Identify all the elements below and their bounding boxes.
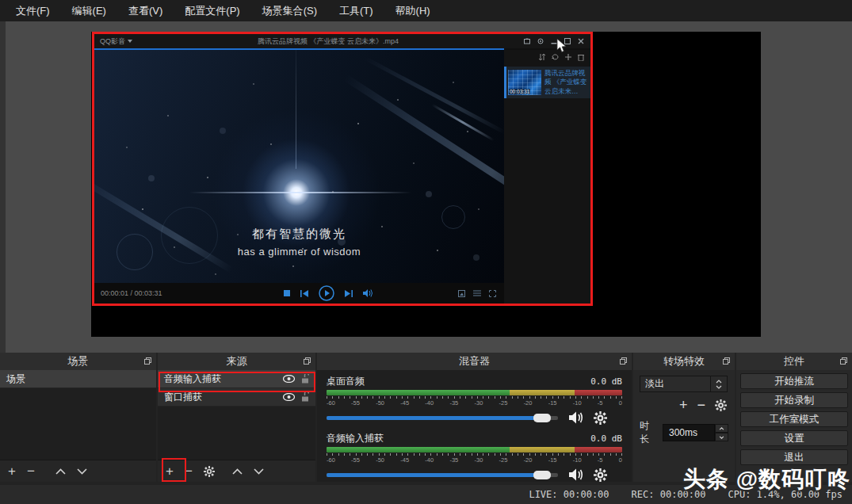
screenshot-icon[interactable] [458,290,465,297]
studio-mode-button[interactable]: 工作室模式 [740,411,848,427]
qq-player-window[interactable]: QQ影音 腾讯云品牌视频 《产业蝶变 云启未来》.mp4 [92,32,593,306]
source-label: 音频输入捕获 [164,372,221,386]
menu-view[interactable]: 查看(V) [117,0,174,22]
trash-icon[interactable] [578,54,584,61]
menu-scene-collection[interactable]: 场景集合(S) [251,0,328,22]
popout-icon[interactable] [723,357,730,365]
sources-header[interactable]: 来源 [158,353,315,370]
unlock-icon[interactable] [301,374,309,384]
player-app-menu[interactable]: QQ影音 [94,36,132,47]
playlist-duration: 00:03:31 [509,89,530,94]
next-button[interactable] [345,290,353,297]
source-row-window-capture[interactable]: 窗口捕获 [158,388,315,407]
popout-icon[interactable] [620,357,627,365]
unlock-icon[interactable] [301,392,309,402]
meter-tick-label: -50 [376,399,384,407]
sources-title: 来源 [227,354,247,368]
visibility-eye-icon[interactable] [283,375,295,383]
previous-button[interactable] [300,290,308,297]
playlist-toggle-icon[interactable] [473,290,481,296]
menu-bar: 文件(F) 编辑(E) 查看(V) 配置文件(P) 场景集合(S) 工具(T) … [0,0,852,21]
duration-down-button[interactable] [715,433,728,441]
popout-icon[interactable] [144,357,151,365]
add-source-button[interactable]: + [166,464,174,478]
settings-button[interactable]: 设置 [740,430,848,446]
obs-main-window: 文件(F) 编辑(E) 查看(V) 配置文件(P) 场景集合(S) 工具(T) … [0,0,852,504]
duration-value[interactable]: 300ms [663,424,715,441]
channel-name: 桌面音频 [327,375,365,388]
chevron-up-icon [716,380,722,384]
sort-icon[interactable] [539,54,545,60]
popout-icon[interactable] [304,357,311,365]
volume-button[interactable] [363,289,373,297]
transition-select-spinner[interactable] [711,376,728,392]
loop-icon[interactable] [552,54,559,60]
menu-profile[interactable]: 配置文件(P) [174,0,250,22]
visibility-eye-icon[interactable] [283,393,295,401]
meter-tick-label: -45 [400,399,409,407]
scenes-title: 场景 [68,354,89,368]
video-area[interactable]: 都有智慧的微光 has a glimmer of wisdom 00:00:01… [94,50,504,304]
play-button[interactable] [319,285,334,301]
scene-row[interactable]: 场景 [0,370,156,388]
transitions-panel: 转场特效 淡出 + − [633,353,735,482]
mixer-channel-desktop-audio: 桌面音频 0.0 dB -60-55-50-45-40-35-30-25-20-… [327,375,622,426]
meter-tick-label: -30 [474,456,483,464]
channel-db-value: 0.0 dB [590,376,622,387]
mixer-header[interactable]: 混音器 [317,353,632,370]
meter-tick-label: -15 [548,456,557,464]
meter-tick-label: -40 [425,456,434,464]
start-streaming-button[interactable]: 开始推流 [740,373,848,389]
settings-icon[interactable] [537,38,544,44]
volume-slider[interactable] [327,473,558,477]
transition-properties-gear-icon[interactable] [715,399,727,411]
add-scene-button[interactable]: + [8,464,16,478]
source-row-audio-input[interactable]: 音频输入捕获 [158,370,315,388]
snapshot-icon[interactable] [524,38,530,44]
channel-gear-icon[interactable] [594,411,607,425]
meter-tick-label: -25 [499,399,508,407]
volume-slider-handle[interactable] [533,414,551,422]
meter-tick-label: -60 [327,456,335,464]
fullscreen-icon[interactable] [489,290,496,297]
scene-label: 场景 [6,372,25,386]
source-properties-gear-icon[interactable] [204,466,215,477]
player-right-buttons [458,290,504,297]
add-transition-button[interactable]: + [679,398,688,412]
scenes-header[interactable]: 场景 [0,353,156,370]
stop-button[interactable] [284,290,290,296]
menu-file[interactable]: 文件(F) [5,0,61,22]
popout-icon[interactable] [840,357,847,365]
duration-up-button[interactable] [715,424,728,433]
controls-header[interactable]: 控件 [736,353,852,370]
meter-tick-label: -55 [351,399,360,407]
playlist-item[interactable]: 00:03:31 腾讯云品牌视频 《产业蝶变 云启未来… [504,67,590,98]
subtitle-english: has a glimmer of wisdom [94,246,504,258]
close-icon[interactable] [578,38,584,44]
speaker-mute-icon[interactable] [569,468,584,481]
remove-source-button[interactable]: − [185,464,193,478]
scene-down-button[interactable] [77,468,87,475]
source-down-button[interactable] [254,468,264,475]
duration-spinbox[interactable]: 300ms [663,424,728,441]
meter-tick-label: -10 [573,456,582,464]
remove-scene-button[interactable]: − [27,464,35,478]
menu-edit[interactable]: 编辑(E) [61,0,117,22]
scene-up-button[interactable] [55,468,66,475]
remove-transition-button[interactable]: − [697,398,705,412]
menu-tools[interactable]: 工具(T) [328,0,384,22]
transitions-header[interactable]: 转场特效 [633,353,735,370]
volume-slider-handle[interactable] [533,471,551,479]
channel-gear-icon[interactable] [594,468,607,482]
add-media-icon[interactable] [565,54,571,60]
meter-tick-label: 0 [619,399,622,407]
speaker-mute-icon[interactable] [569,411,584,424]
start-recording-button[interactable]: 开始录制 [740,392,848,408]
meter-tick-label: -10 [573,399,582,407]
meter-tick-label: -35 [449,399,458,407]
source-up-button[interactable] [232,468,243,475]
volume-slider[interactable] [327,416,558,420]
exit-button[interactable]: 退出 [740,449,848,465]
menu-help[interactable]: 帮助(H) [384,0,441,22]
transition-select[interactable]: 淡出 [640,376,711,392]
